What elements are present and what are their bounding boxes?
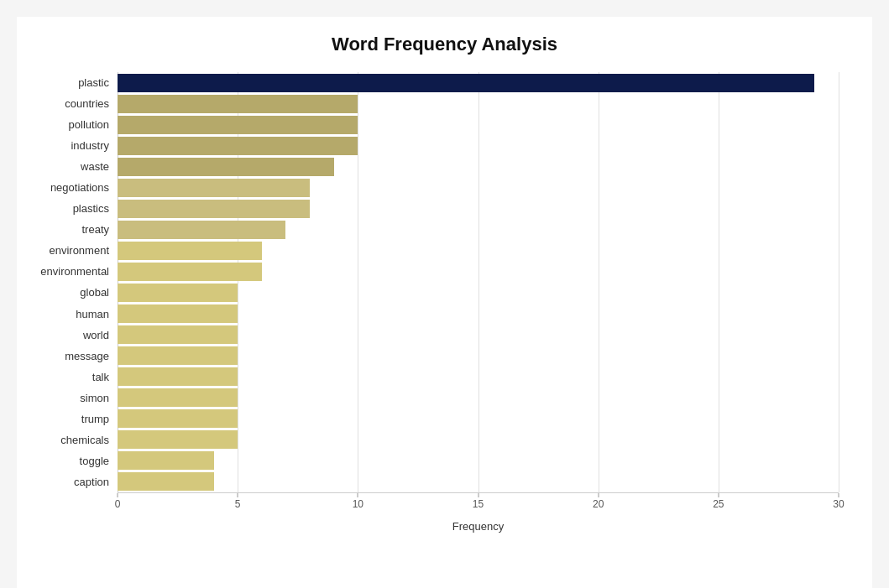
bars-container: plasticcountriespollutionindustrywastene… <box>118 72 839 492</box>
bar-fill <box>118 158 334 176</box>
x-tick-label: 25 <box>713 498 724 510</box>
bar-track <box>118 388 839 407</box>
bar-row: talk <box>118 367 839 386</box>
bar-fill <box>118 304 238 323</box>
bar-fill <box>118 179 310 197</box>
bar-row: world <box>118 325 839 344</box>
bar-label: environmental <box>25 265 118 278</box>
bar-label: negotiations <box>25 181 118 194</box>
chart-title: Word Frequency Analysis <box>50 34 839 55</box>
bar-fill <box>118 200 310 218</box>
bar-label: chemicals <box>25 434 118 446</box>
bar-row: trump <box>118 409 839 428</box>
bar-label: message <box>25 350 118 362</box>
bar-row: negotiations <box>118 179 839 197</box>
bar-label: simon <box>25 392 118 404</box>
bar-label: talk <box>25 371 118 383</box>
bar-track <box>118 284 839 302</box>
bar-track <box>118 95 839 113</box>
bar-row: caption <box>118 472 839 491</box>
bar-fill <box>118 409 238 428</box>
bar-fill <box>118 242 262 260</box>
bar-fill <box>118 95 358 113</box>
bar-fill <box>118 137 358 155</box>
x-axis-label: Frequency <box>118 520 839 533</box>
bar-track <box>118 325 839 344</box>
x-ticks: 051015202530 <box>118 493 839 518</box>
x-tick-label: 0 <box>115 498 121 510</box>
bar-row: environment <box>118 242 839 260</box>
bar-fill <box>118 221 285 239</box>
bar-row: pollution <box>118 116 839 134</box>
bar-label: global <box>25 286 118 299</box>
bar-fill <box>118 451 214 470</box>
bar-label: pollution <box>25 118 118 131</box>
bar-fill <box>118 388 238 407</box>
bar-row: human <box>118 304 839 323</box>
bar-row: simon <box>118 388 839 407</box>
bar-fill <box>118 367 238 386</box>
bar-fill <box>118 74 814 92</box>
bar-row: countries <box>118 95 839 113</box>
bar-row: plastic <box>118 74 839 92</box>
bar-label: human <box>25 308 118 320</box>
bar-track <box>118 74 839 92</box>
bar-track <box>118 304 839 323</box>
bar-track <box>118 221 839 239</box>
bar-row: toggle <box>118 451 839 470</box>
bar-track <box>118 367 839 386</box>
bar-row: plastics <box>118 200 839 218</box>
bar-row: environmental <box>118 263 839 281</box>
bar-label: industry <box>25 139 118 152</box>
chart-area: plasticcountriespollutionindustrywastene… <box>118 72 839 526</box>
bar-label: countries <box>25 97 118 110</box>
grid-line <box>839 72 839 492</box>
bar-label: environment <box>25 244 118 257</box>
bar-row: global <box>118 284 839 302</box>
bar-track <box>118 409 839 428</box>
bar-track <box>118 430 839 449</box>
bar-track <box>118 451 839 470</box>
bar-fill <box>118 472 214 491</box>
bar-fill <box>118 263 262 281</box>
bar-label: waste <box>25 160 118 173</box>
x-tick-label: 20 <box>593 498 604 510</box>
bar-track <box>118 179 839 197</box>
bar-track <box>118 263 839 281</box>
bar-label: plastics <box>25 202 118 215</box>
bar-fill <box>118 346 238 365</box>
x-axis: 051015202530 Frequency <box>118 492 839 526</box>
bar-label: trump <box>25 413 118 425</box>
bar-label: caption <box>25 476 118 488</box>
bar-fill <box>118 325 238 344</box>
bar-row: chemicals <box>118 430 839 449</box>
bar-fill <box>118 430 238 449</box>
x-tick-label: 10 <box>353 498 363 510</box>
bar-label: toggle <box>25 455 118 467</box>
chart-container: Word Frequency Analysis plasticcountries… <box>17 17 872 588</box>
bar-row: industry <box>118 137 839 155</box>
x-tick-label: 15 <box>473 498 484 510</box>
bar-label: world <box>25 329 118 341</box>
bar-track <box>118 472 839 491</box>
bar-label: treaty <box>25 223 118 236</box>
bar-track <box>118 346 839 365</box>
bar-row: waste <box>118 158 839 176</box>
bar-track <box>118 116 839 134</box>
bar-fill <box>118 116 358 134</box>
x-tick-label: 30 <box>833 498 844 510</box>
bar-track <box>118 200 839 218</box>
bar-row: message <box>118 346 839 365</box>
bar-track <box>118 242 839 260</box>
bar-fill <box>118 284 238 302</box>
bar-track <box>118 137 839 155</box>
bar-track <box>118 158 839 176</box>
x-tick-label: 5 <box>235 498 241 510</box>
bar-label: plastic <box>25 76 118 89</box>
bar-row: treaty <box>118 221 839 239</box>
